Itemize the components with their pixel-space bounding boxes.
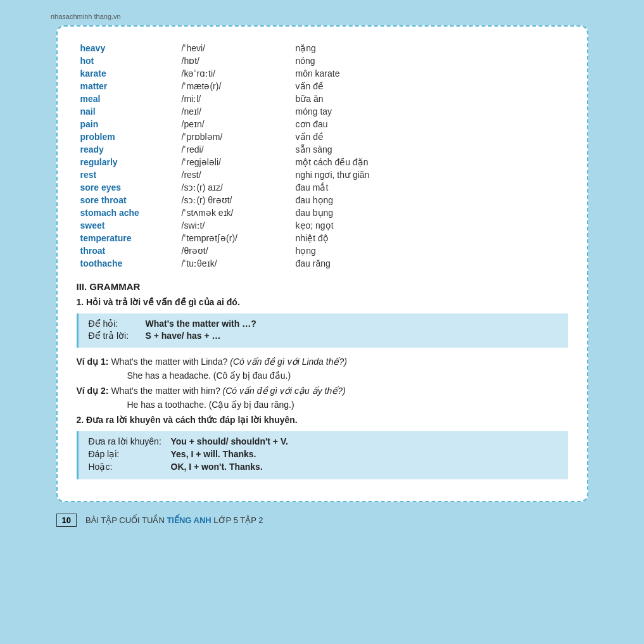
vocab-row: nail/neɪl/móng tay: [77, 105, 568, 118]
vocab-meaning: móng tay: [292, 105, 568, 118]
vocab-pronunciation: /θrəʊt/: [178, 244, 292, 257]
vocab-word: temperature: [77, 232, 178, 244]
grammar-box2: Đưa ra lời khuyên: You + should/ shouldn…: [77, 431, 568, 479]
advice-label: Đưa ra lời khuyên:: [89, 436, 171, 446]
vocab-row: pain/peɪn/cơn đau: [77, 118, 568, 130]
example1-question: Ví dụ 1: What's the matter with Linda? (…: [77, 357, 568, 367]
vocab-meaning: đau răng: [292, 257, 568, 270]
vocab-row: rest/rest/nghi ngơi, thư giãn: [77, 168, 568, 181]
vocab-row: temperature/ˈtemprətʃə(r)/nhiệt độ: [77, 232, 568, 244]
vocab-word: pain: [77, 118, 178, 130]
vocab-word: hot: [77, 54, 178, 67]
or-formula: OK, I + won't. Thanks.: [171, 462, 263, 472]
vocab-row: toothache/ˈtuːθeɪk/đau răng: [77, 257, 568, 270]
vocab-pronunciation: /ˈredi/: [178, 143, 292, 156]
main-card: heavy/ˈhevi/nặnghot/hɒt/nóngkarate/kəˈrɑ…: [56, 25, 588, 502]
vocab-meaning: một cách đều đặn: [292, 156, 568, 168]
vocab-word: matter: [77, 80, 178, 92]
vocab-pronunciation: /rest/: [178, 168, 292, 181]
vocab-row: sore eyes/sɔː(r) aɪz/đau mắt: [77, 181, 568, 194]
vocab-word: toothache: [77, 257, 178, 270]
vocab-word: regularly: [77, 156, 178, 168]
vocab-meaning: môn karate: [292, 67, 568, 80]
footer: 10 BÀI TẬP CUỐI TUẦN TIẾNG ANH LỚP 5 TẬP…: [56, 508, 588, 527]
example2-question: Ví dụ 2: What's the matter with him? (Có…: [77, 386, 568, 396]
vocab-meaning: đau bụng: [292, 206, 568, 219]
vocab-row: meal/miːl/bữa ăn: [77, 92, 568, 105]
vocab-pronunciation: /peɪn/: [178, 118, 292, 130]
example1-answer: She has a headache. (Cô ấy bị đau đầu.): [77, 370, 568, 381]
grammar-title: III. GRAMMAR: [77, 281, 568, 292]
vocab-word: sore throat: [77, 194, 178, 206]
vocab-meaning: vấn đề: [292, 80, 568, 92]
vocab-row: regularly/ˈregjələli/một cách đều đặn: [77, 156, 568, 168]
footer-text: BÀI TẬP CUỐI TUẦN TIẾNG ANH LỚP 5 TẬP 2: [85, 515, 263, 525]
ask-formula: What's the matter with …?: [146, 319, 256, 329]
vocab-word: rest: [77, 168, 178, 181]
vocab-row: matter/ˈmætə(r)/vấn đề: [77, 80, 568, 92]
vocab-word: problem: [77, 130, 178, 143]
vocab-meaning: nghi ngơi, thư giãn: [292, 168, 568, 181]
reply-label: Đáp lại:: [89, 449, 171, 459]
vocab-meaning: nóng: [292, 54, 568, 67]
vocab-row: problem/ˈprɒbləm/vấn đề: [77, 130, 568, 143]
vocab-row: heavy/ˈhevi/nặng: [77, 42, 568, 54]
vocab-row: sore throat/sɔː(r) θrəʊt/đau họng: [77, 194, 568, 206]
grammar-sub2: 2. Đưa ra lời khuyên và cách thức đáp lạ…: [77, 415, 568, 425]
vocab-pronunciation: /ˈstʌmək eɪk/: [178, 206, 292, 219]
vocab-row: stomach ache/ˈstʌmək eɪk/đau bụng: [77, 206, 568, 219]
vocab-pronunciation: /ˈmætə(r)/: [178, 80, 292, 92]
answer-formula: S + have/ has + …: [146, 331, 221, 341]
vocab-word: karate: [77, 67, 178, 80]
vocab-row: throat/θrəʊt/họng: [77, 244, 568, 257]
example2-answer: He has a toothache. (Cậu ấy bị đau răng.…: [77, 400, 568, 410]
vocab-pronunciation: /neɪl/: [178, 105, 292, 118]
vocab-meaning: đau mắt: [292, 181, 568, 194]
watermark: nhasachminh thang.vn: [51, 13, 121, 20]
vocab-meaning: nặng: [292, 42, 568, 54]
vocab-pronunciation: /ˈprɒbləm/: [178, 130, 292, 143]
vocab-row: ready/ˈredi/sẵn sàng: [77, 143, 568, 156]
or-label: Hoặc:: [89, 462, 171, 472]
grammar-sub1: 1. Hỏi và trả lời về vấn đề gì của ai đó…: [77, 297, 568, 307]
vocab-word: nail: [77, 105, 178, 118]
answer-label: Để trả lời:: [89, 331, 146, 341]
vocab-word: ready: [77, 143, 178, 156]
vocab-pronunciation: /miːl/: [178, 92, 292, 105]
vocab-meaning: kẹo; ngọt: [292, 219, 568, 232]
vocab-row: sweet/swiːt/kẹo; ngọt: [77, 219, 568, 232]
vocab-pronunciation: /hɒt/: [178, 54, 292, 67]
vocab-pronunciation: /sɔː(r) aɪz/: [178, 181, 292, 194]
vocab-word: stomach ache: [77, 206, 178, 219]
vocab-pronunciation: /ˈregjələli/: [178, 156, 292, 168]
vocab-meaning: bữa ăn: [292, 92, 568, 105]
vocab-meaning: họng: [292, 244, 568, 257]
vocab-meaning: cơn đau: [292, 118, 568, 130]
vocab-pronunciation: /swiːt/: [178, 219, 292, 232]
advice-formula: You + should/ shouldn't + V.: [171, 436, 288, 446]
vocab-word: meal: [77, 92, 178, 105]
vocab-meaning: nhiệt độ: [292, 232, 568, 244]
page-number: 10: [56, 514, 77, 527]
vocab-table: heavy/ˈhevi/nặnghot/hɒt/nóngkarate/kəˈrɑ…: [77, 42, 568, 270]
vocab-word: sore eyes: [77, 181, 178, 194]
reply-formula: Yes, I + will. Thanks.: [171, 449, 256, 459]
vocab-word: heavy: [77, 42, 178, 54]
vocab-word: sweet: [77, 219, 178, 232]
vocab-word: throat: [77, 244, 178, 257]
grammar-box1: Để hỏi: What's the matter with …? Để trả…: [77, 313, 568, 348]
vocab-pronunciation: /ˈtemprətʃə(r)/: [178, 232, 292, 244]
vocab-meaning: sẵn sàng: [292, 143, 568, 156]
vocab-pronunciation: /kəˈrɑːti/: [178, 67, 292, 80]
vocab-meaning: vấn đề: [292, 130, 568, 143]
vocab-pronunciation: /ˈtuːθeɪk/: [178, 257, 292, 270]
vocab-pronunciation: /sɔː(r) θrəʊt/: [178, 194, 292, 206]
vocab-meaning: đau họng: [292, 194, 568, 206]
vocab-row: hot/hɒt/nóng: [77, 54, 568, 67]
ask-label: Để hỏi:: [89, 319, 146, 329]
vocab-row: karate/kəˈrɑːti/môn karate: [77, 67, 568, 80]
vocab-pronunciation: /ˈhevi/: [178, 42, 292, 54]
